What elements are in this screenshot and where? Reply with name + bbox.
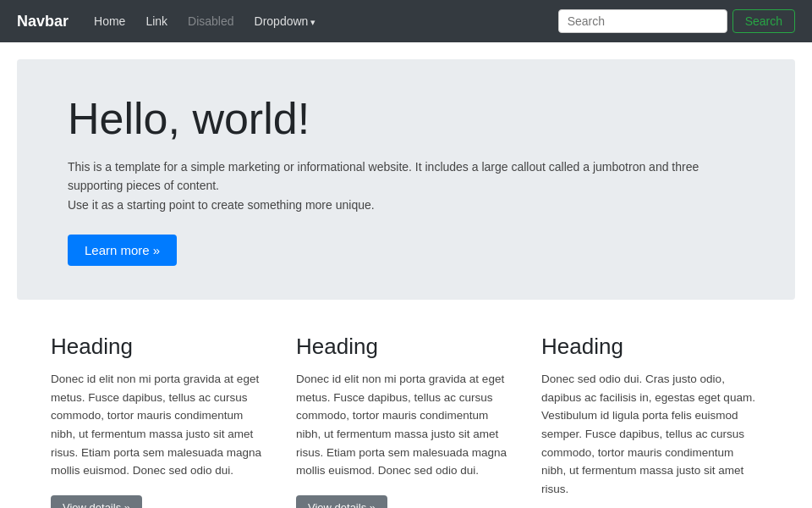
jumbotron-description: This is a template for a simple marketin… [68, 157, 744, 214]
content-section: Heading Donec id elit non mi porta gravi… [0, 325, 812, 508]
nav-link-home[interactable]: Home [85, 9, 134, 33]
column-2-view-details-button[interactable]: View details » [296, 495, 387, 508]
nav-link-link[interactable]: Link [137, 9, 176, 33]
column-2: Heading Donec id elit non mi porta gravi… [296, 334, 516, 508]
column-3: Heading Donec sed odio dui. Cras justo o… [541, 334, 761, 508]
navbar-brand[interactable]: Navbar [17, 13, 69, 30]
search-input[interactable] [558, 9, 727, 33]
nav-link-dropdown[interactable]: Dropdown [246, 9, 325, 33]
columns: Heading Donec id elit non mi porta gravi… [51, 334, 761, 508]
column-1-body: Donec id elit non mi porta gravida at eg… [51, 370, 271, 480]
navbar-search: Search [558, 9, 795, 33]
column-1: Heading Donec id elit non mi porta gravi… [51, 334, 271, 508]
navbar: Navbar Home Link Disabled Dropdown Searc… [0, 0, 812, 42]
learn-more-button[interactable]: Learn more » [68, 235, 177, 266]
navbar-nav: Home Link Disabled Dropdown [85, 9, 558, 33]
nav-link-disabled: Disabled [179, 9, 242, 33]
jumbotron-desc-line1: This is a template for a simple marketin… [68, 160, 699, 192]
column-1-view-details-button[interactable]: View details » [51, 495, 142, 508]
jumbotron-heading: Hello, world! [68, 93, 744, 144]
jumbotron-desc-line2: Use it as a starting point to create som… [68, 198, 375, 212]
column-2-body: Donec id elit non mi porta gravida at eg… [296, 370, 516, 480]
column-3-body: Donec sed odio dui. Cras justo odio, dap… [541, 370, 761, 498]
search-button[interactable]: Search [732, 9, 795, 33]
jumbotron: Hello, world! This is a template for a s… [17, 59, 795, 300]
column-3-heading: Heading [541, 334, 761, 360]
column-1-heading: Heading [51, 334, 271, 360]
column-2-heading: Heading [296, 334, 516, 360]
